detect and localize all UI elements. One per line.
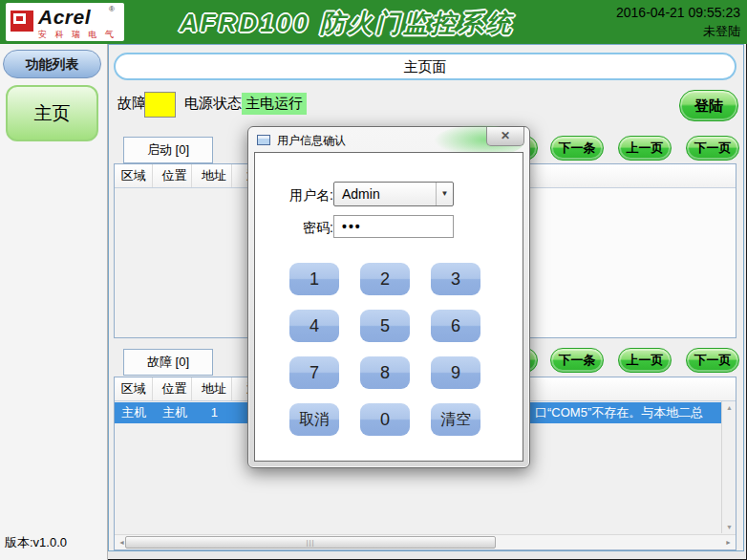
next-item-button[interactable]: 下一条 [550, 136, 604, 161]
table-body [115, 188, 267, 337]
close-button[interactable]: ✕ [486, 127, 524, 146]
column-header[interactable]: 位置 [157, 164, 192, 187]
tab-fault[interactable]: 故障 [0] [123, 349, 213, 376]
close-icon: ✕ [501, 129, 510, 142]
version-label: 版本:v1.0.0 [5, 534, 67, 551]
keypad-button-3[interactable]: 3 [431, 263, 480, 295]
keypad-button-4[interactable]: 4 [289, 310, 339, 342]
dialog-body: 用户名: Admin ▼ 密码: ••• 1 2 3 4 5 6 7 8 9 取… [254, 152, 523, 462]
fault-row-cell: 主机 [115, 402, 153, 423]
username-value: Admin [342, 183, 380, 205]
power-status-label: 电源状态: [184, 95, 245, 113]
next-page-button[interactable]: 下一页 [686, 348, 739, 373]
password-input[interactable]: ••• [333, 215, 454, 238]
keypad-button-0[interactable]: 0 [360, 403, 410, 436]
keypad-cancel-button[interactable]: 取消 [289, 403, 339, 436]
column-header[interactable]: 区域 [115, 164, 153, 187]
username-select[interactable]: Admin ▼ [333, 182, 454, 206]
tab-start[interactable]: 启动 [0] [123, 137, 213, 163]
scroll-right-icon[interactable]: ► [725, 539, 732, 546]
brand-name: Acrel [38, 6, 91, 29]
power-status-value: 主电运行 [242, 93, 307, 115]
next-page-button[interactable]: 下一页 [686, 136, 739, 161]
app-title: AFRD100 防火门监控系统 [132, 7, 562, 40]
next-item-button[interactable]: 下一条 [550, 348, 604, 373]
chevron-down-icon: ▼ [436, 183, 453, 205]
prev-page-button[interactable]: 上一页 [618, 348, 672, 373]
keypad-button-8[interactable]: 8 [360, 356, 410, 389]
keypad-button-6[interactable]: 6 [431, 310, 480, 342]
fault-row-cell: 主机 [157, 402, 192, 423]
scrollbar-thumb[interactable]: ||| [125, 536, 496, 549]
scroll-down-icon[interactable]: ▼ [722, 524, 736, 530]
brand-registered-mark: ® [109, 5, 115, 13]
header-bar: Acrel ® 安 科 瑞 电 气 AFRD100 防火门监控系统 2016-0… [0, 0, 747, 44]
acrel-logo: Acrel ® 安 科 瑞 电 气 [6, 3, 124, 41]
keypad-button-1[interactable]: 1 [289, 263, 339, 295]
page-title: 主页面 [114, 53, 736, 80]
keypad-button-9[interactable]: 9 [431, 356, 480, 389]
function-list-button[interactable]: 功能列表 [3, 50, 101, 78]
sidebar: 功能列表 主页 版本:v1.0.0 [0, 44, 108, 560]
dialog-titlebar[interactable]: 用户信息确认 ✕ [248, 127, 529, 152]
login-dialog: 用户信息确认 ✕ 用户名: Admin ▼ 密码: ••• 1 2 3 4 5 … [247, 126, 530, 468]
prev-page-button[interactable]: 上一页 [618, 136, 672, 161]
column-header[interactable]: 地址 [197, 377, 232, 400]
login-status-label: 未登陆 [616, 23, 740, 40]
home-button[interactable]: 主页 [6, 85, 98, 141]
username-label: 用户名: [265, 187, 333, 205]
password-label: 密码: [265, 220, 333, 237]
vertical-scrollbar[interactable]: ▲ ▼ [721, 401, 736, 533]
header-status-area: 2016-04-21 09:55:23 未登陆 [616, 5, 740, 40]
fault-indicator [144, 92, 176, 118]
scroll-up-icon[interactable]: ▲ [722, 404, 736, 411]
fault-row-detail: 口“COM5”不存在。与本地二总 [535, 402, 734, 423]
column-header[interactable]: 区域 [115, 377, 153, 400]
numeric-keypad: 1 2 3 4 5 6 7 8 9 取消 0 清空 [289, 263, 480, 436]
dialog-title: 用户信息确认 [277, 133, 346, 149]
datetime-label: 2016-04-21 09:55:23 [616, 5, 740, 20]
keypad-button-7[interactable]: 7 [289, 356, 339, 389]
app-window: Acrel ® 安 科 瑞 电 气 AFRD100 防火门监控系统 2016-0… [0, 0, 747, 560]
keypad-clear-button[interactable]: 清空 [431, 403, 480, 436]
column-header[interactable]: 位置 [157, 377, 192, 400]
window-icon [257, 135, 270, 145]
acrel-logo-icon [11, 11, 33, 32]
keypad-button-5[interactable]: 5 [360, 310, 410, 342]
column-header[interactable]: 地址 [197, 164, 232, 187]
fault-row-cell: 1 [197, 402, 232, 423]
horizontal-scrollbar[interactable]: ◄ ||| ► [115, 534, 736, 549]
login-button[interactable]: 登陆 [679, 90, 738, 121]
scroll-left-icon[interactable]: ◄ [118, 539, 125, 546]
keypad-button-2[interactable]: 2 [360, 263, 410, 295]
brand-subtitle: 安 科 瑞 电 气 [38, 29, 117, 41]
